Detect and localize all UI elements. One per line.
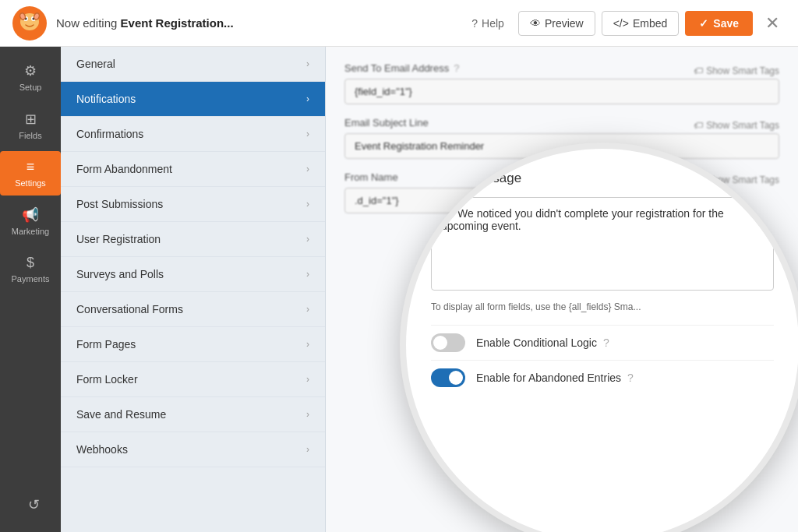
- abandoned-entries-toggle[interactable]: [431, 368, 465, 387]
- send-to-email-label-row: Send To Email Address ? 🏷 Show Smart Tag…: [344, 62, 779, 79]
- send-to-email-group: Send To Email Address ? 🏷 Show Smart Tag…: [344, 62, 779, 104]
- chevron-right-icon: ›: [306, 58, 309, 69]
- sidebar-dark-bottom: ↺: [16, 487, 46, 532]
- email-subject-label-row: Email Subject Line 🏷 Show Smart Tags: [344, 117, 779, 133]
- chevron-right-icon: ›: [306, 129, 309, 139]
- editing-label: Now editing Event Registration...: [56, 16, 234, 30]
- help-button[interactable]: ? Help: [464, 12, 512, 34]
- chevron-right-icon: ›: [306, 444, 309, 455]
- undo-button[interactable]: ↺: [19, 488, 49, 521]
- conditional-logic-toggle[interactable]: [431, 333, 465, 352]
- chevron-right-icon: ›: [306, 374, 309, 385]
- show-smart-tags-2[interactable]: 🏷 Show Smart Tags: [694, 120, 779, 131]
- conditional-logic-label: Enable Conditional Logic ?: [476, 336, 609, 349]
- chevron-right-icon: ›: [306, 339, 309, 350]
- marketing-icon: 📢: [22, 206, 39, 224]
- menu-item-form-pages[interactable]: Form Pages ›: [61, 327, 325, 362]
- menu-item-form-locker[interactable]: Form Locker ›: [61, 362, 325, 397]
- menu-item-general[interactable]: General ›: [61, 47, 325, 82]
- payments-icon: $: [26, 255, 34, 271]
- code-icon: </>: [613, 17, 629, 30]
- abandoned-entries-label: Enable for Abandoned Entries ?: [476, 372, 634, 384]
- from-name-label: From Name: [344, 171, 398, 183]
- setup-icon: ⚙: [24, 62, 37, 79]
- smart-tags-hint: To display all form fields, use the {all…: [431, 301, 774, 312]
- sidebar-item-fields[interactable]: ⊞ Fields: [0, 103, 61, 148]
- preview-button[interactable]: 👁 Preview: [518, 11, 595, 36]
- chevron-right-icon: ›: [306, 269, 309, 280]
- menu-item-webhooks[interactable]: Webhooks ›: [61, 432, 325, 467]
- undo-icon: ↺: [28, 496, 40, 513]
- top-bar-right: ? Help 👁 Preview </> Embed ✓ Save ✕: [464, 10, 786, 37]
- embed-button[interactable]: </> Embed: [602, 11, 680, 36]
- send-to-email-label: Send To Email Address ?: [344, 62, 459, 74]
- sidebar-item-setup[interactable]: ⚙ Setup: [0, 55, 61, 100]
- main-content: Send To Email Address ? 🏷 Show Smart Tag…: [326, 47, 798, 532]
- check-icon: ✓: [699, 17, 708, 30]
- menu-item-user-registration[interactable]: User Registration ›: [61, 222, 325, 257]
- toggle-slider-2: [431, 368, 465, 387]
- conditional-logic-row: Enable Conditional Logic ?: [431, 325, 774, 360]
- magnified-overlay: Email Message Hi! We noticed you didn't …: [400, 143, 798, 532]
- chevron-right-icon-active: ›: [306, 93, 309, 104]
- abandoned-entries-row: Enable for Abandoned Entries ?: [431, 360, 774, 395]
- form-title: Event Registration...: [121, 16, 234, 30]
- chevron-right-icon: ›: [306, 234, 309, 245]
- sidebar-item-settings[interactable]: ≡ Settings: [0, 151, 61, 196]
- menu-item-confirmations[interactable]: Confirmations ›: [61, 117, 325, 152]
- eye-icon: 👁: [530, 17, 541, 30]
- menu-item-notifications[interactable]: Notifications ›: [61, 82, 325, 117]
- sidebar-item-payments[interactable]: $ Payments: [0, 247, 61, 291]
- chevron-right-icon: ›: [306, 164, 309, 174]
- settings-icon: ≡: [26, 159, 35, 175]
- help-circle-icon: ?: [454, 62, 459, 74]
- help-icon-2: ?: [627, 372, 634, 384]
- save-button[interactable]: ✓ Save: [685, 11, 753, 36]
- logo-icon: [12, 6, 47, 41]
- fields-icon: ⊞: [25, 111, 37, 128]
- sidebar-item-marketing[interactable]: 📢 Marketing: [0, 199, 61, 244]
- main-layout: ⚙ Setup ⊞ Fields ≡ Settings 📢 Marketing …: [0, 47, 798, 532]
- chevron-right-icon: ›: [306, 409, 309, 420]
- chevron-right-icon: ›: [306, 304, 309, 315]
- email-subject-label: Email Subject Line: [344, 117, 429, 129]
- chevron-right-icon: ›: [306, 199, 309, 210]
- menu-item-surveys-polls[interactable]: Surveys and Polls ›: [61, 257, 325, 292]
- menu-item-save-resume[interactable]: Save and Resume ›: [61, 397, 325, 432]
- menu-item-form-abandonment[interactable]: Form Abandonment ›: [61, 152, 325, 187]
- menu-item-post-submissions[interactable]: Post Submissions ›: [61, 187, 325, 222]
- menu-item-conversational-forms[interactable]: Conversational Forms ›: [61, 292, 325, 327]
- send-to-email-input[interactable]: [344, 79, 779, 104]
- close-button[interactable]: ✕: [759, 10, 786, 37]
- show-smart-tags-1[interactable]: 🏷 Show Smart Tags: [694, 65, 779, 76]
- help-icon-1: ?: [603, 336, 609, 349]
- toggle-slider-1: [431, 333, 465, 352]
- email-message-textarea[interactable]: Hi! We noticed you didn't complete your …: [431, 197, 774, 291]
- top-bar: Now editing Event Registration... ? Help…: [0, 0, 798, 47]
- help-icon: ?: [471, 17, 478, 30]
- sidebar-light: General › Notifications › Confirmations …: [61, 47, 326, 532]
- sidebar-dark: ⚙ Setup ⊞ Fields ≡ Settings 📢 Marketing …: [0, 47, 61, 532]
- top-bar-left: Now editing Event Registration...: [12, 6, 234, 41]
